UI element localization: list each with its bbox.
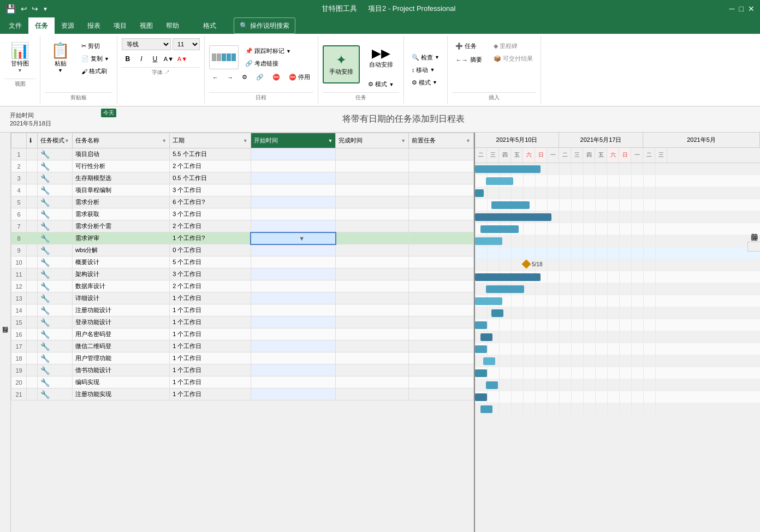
row-start-12[interactable] [251, 292, 336, 304]
row-pred-20[interactable] [409, 388, 474, 401]
row-name-20[interactable]: 注册功能实现 [72, 388, 169, 401]
col-name-header[interactable]: 任务名称 ▼ [72, 133, 169, 148]
table-row[interactable]: 6 🔧 需求获取 3 个工作日 [11, 208, 474, 220]
row-name-12[interactable]: 详细设计 [72, 292, 169, 304]
row-finish-5[interactable] [336, 208, 409, 220]
undo-icon[interactable]: ↩ [21, 4, 27, 13]
col-info-header[interactable]: ℹ [27, 133, 38, 148]
row-name-16[interactable]: 微信二维码登 [72, 340, 169, 352]
row-name-15[interactable]: 用户名密码登 [72, 328, 169, 340]
row-finish-16[interactable] [336, 340, 409, 352]
row-name-3[interactable]: 项目章程编制 [72, 184, 169, 196]
row-duration-18[interactable]: 1 个工作日 [170, 364, 251, 376]
row-finish-20[interactable] [336, 388, 409, 401]
row-duration-3[interactable]: 3 个工作日 [170, 184, 251, 196]
row-duration-6[interactable]: 2 个工作日 [170, 220, 251, 232]
col-pred-header[interactable]: 前置任务 ▼ [409, 133, 474, 148]
gantt-bar-9[interactable] [475, 273, 541, 281]
row-finish-1[interactable] [336, 160, 409, 172]
row-name-8[interactable]: wbs分解 [72, 244, 169, 256]
row-pred-7[interactable] [409, 232, 474, 244]
row-duration-13[interactable]: 1 个工作日 [170, 304, 251, 316]
row-name-5[interactable]: 需求获取 [72, 208, 169, 220]
gantt-bar-17[interactable] [475, 369, 487, 377]
mode2-btn[interactable]: ⚙ 模式 ▼ [408, 77, 443, 88]
row-pred-10[interactable] [409, 268, 474, 280]
row-finish-18[interactable] [336, 364, 409, 376]
paste-btn[interactable]: 📋 粘贴 ▼ [45, 38, 76, 76]
row-duration-14[interactable]: 1 个工作日 [170, 316, 251, 328]
row-pred-14[interactable] [409, 316, 474, 328]
col-finish-header[interactable]: 完成时间 ▼ [336, 133, 409, 148]
gantt-bar-13[interactable] [475, 321, 487, 329]
row-duration-20[interactable]: 1 个工作日 [170, 388, 251, 401]
row-finish-2[interactable] [336, 172, 409, 184]
row-name-4[interactable]: 需求分析 [72, 196, 169, 208]
gantt-bar-18[interactable] [486, 381, 498, 389]
menu-view[interactable]: 视图 [133, 17, 159, 34]
row-pred-2[interactable] [409, 172, 474, 184]
gantt-bar-19[interactable] [475, 393, 487, 401]
row-start-4[interactable] [251, 196, 336, 208]
row-duration-0[interactable]: 5.5 个工作日 [170, 148, 251, 160]
save-icon[interactable]: 💾 [5, 4, 16, 14]
row-duration-12[interactable]: 1 个工作日 [170, 292, 251, 304]
table-row[interactable]: 21 🔧 注册功能实现 1 个工作日 [11, 388, 474, 401]
customize-icon[interactable]: ▼ [43, 6, 48, 12]
row-start-13[interactable] [251, 304, 336, 316]
disable-btn[interactable]: ⛔ 停用 [286, 71, 313, 83]
row-duration-16[interactable]: 1 个工作日 [170, 340, 251, 352]
table-row[interactable]: 15 🔧 登录功能设计 1 个工作日 [11, 316, 474, 328]
table-row[interactable]: 14 🔧 注册功能设计 1 个工作日 [11, 304, 474, 316]
gantt-bar-3[interactable] [491, 201, 530, 209]
gantt-bar-10[interactable] [486, 285, 524, 293]
bold-btn[interactable]: B [122, 53, 134, 65]
row-duration-10[interactable]: 3 个工作日 [170, 268, 251, 280]
move-btn[interactable]: ↕ 移动 ▼ [408, 64, 443, 76]
row-start-17[interactable] [251, 352, 336, 364]
menu-task[interactable]: 任务 [28, 17, 55, 34]
row-name-9[interactable]: 概要设计 [72, 256, 169, 268]
table-row[interactable]: 20 🔧 编码实现 1 个工作日 [11, 376, 474, 388]
font-name-select[interactable]: 等线 [122, 38, 171, 50]
link-btn[interactable]: 🔗 [253, 72, 267, 82]
row-pred-4[interactable] [409, 196, 474, 208]
insert-task-btn[interactable]: ➕ 任务 [452, 40, 486, 52]
table-row[interactable]: 1 🔧 项目启动 5.5 个工作日 [11, 148, 474, 160]
table-row[interactable]: 19 🔧 借书功能设计 1 个工作日 [11, 364, 474, 376]
format-painter-btn[interactable]: 🖌 格式刷 [78, 65, 112, 77]
italic-btn[interactable]: I [135, 53, 147, 65]
gantt-bar-11[interactable] [475, 297, 502, 305]
row-pred-19[interactable] [409, 376, 474, 388]
gantt-bar-14[interactable] [480, 333, 492, 341]
row-pred-8[interactable] [409, 244, 474, 256]
row-pred-13[interactable] [409, 304, 474, 316]
highlight-btn[interactable]: A▼ [163, 53, 175, 65]
row-start-0[interactable] [251, 148, 336, 160]
row-start-11[interactable] [251, 280, 336, 292]
row-finish-3[interactable] [336, 184, 409, 196]
font-size-select[interactable]: 11 [173, 38, 200, 50]
menu-file[interactable]: 文件 [2, 17, 28, 34]
row-start-8[interactable] [251, 244, 336, 256]
row-pred-1[interactable] [409, 160, 474, 172]
row-start-16[interactable] [251, 340, 336, 352]
minimize-btn[interactable]: ─ [729, 4, 735, 13]
row-start-14[interactable] [251, 316, 336, 328]
row-name-17[interactable]: 用户管理功能 [72, 352, 169, 364]
col-start-header[interactable]: 开始时间 ▼ [251, 133, 336, 148]
unlink-btn[interactable]: ⛔ [269, 72, 283, 82]
row-pred-12[interactable] [409, 292, 474, 304]
row-start-18[interactable] [251, 364, 336, 376]
table-row[interactable]: 11 🔧 架构设计 3 个工作日 [11, 268, 474, 280]
row-name-19[interactable]: 编码实现 [72, 376, 169, 388]
row-pred-9[interactable] [409, 256, 474, 268]
row-start-1[interactable] [251, 160, 336, 172]
gantt-bar-6[interactable] [475, 237, 502, 245]
font-color-btn[interactable]: A▼ [176, 53, 188, 65]
gantt-bar-20[interactable] [480, 405, 492, 413]
row-start-2[interactable] [251, 172, 336, 184]
row-start-5[interactable] [251, 208, 336, 220]
row-name-2[interactable]: 生存期模型选 [72, 172, 169, 184]
table-row[interactable]: 9 🔧 wbs分解 0 个工作日 [11, 244, 474, 256]
